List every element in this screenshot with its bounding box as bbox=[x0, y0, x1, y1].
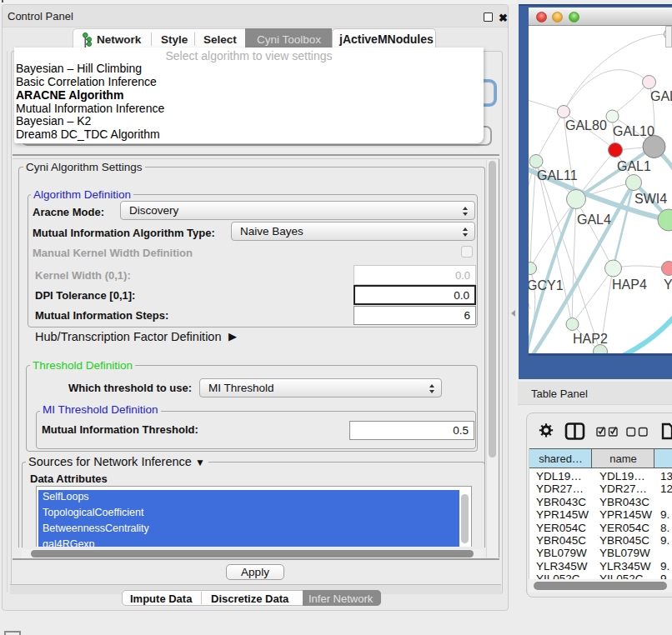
svg-text:SWI4: SWI4 bbox=[634, 192, 667, 206]
svg-text:GAL7: GAL7 bbox=[650, 89, 672, 103]
svg-text:GAL1: GAL1 bbox=[617, 159, 651, 173]
svg-text:HAP2: HAP2 bbox=[573, 332, 608, 346]
svg-text:HAP4: HAP4 bbox=[612, 278, 647, 292]
svg-text:GAL10: GAL10 bbox=[613, 124, 654, 138]
svg-text:GCY1: GCY1 bbox=[529, 278, 564, 292]
svg-text:Y: Y bbox=[664, 278, 672, 292]
svg-text:GAL4: GAL4 bbox=[577, 212, 611, 227]
svg-text:GAL11: GAL11 bbox=[537, 168, 578, 182]
svg-text:GAL80: GAL80 bbox=[565, 118, 607, 132]
